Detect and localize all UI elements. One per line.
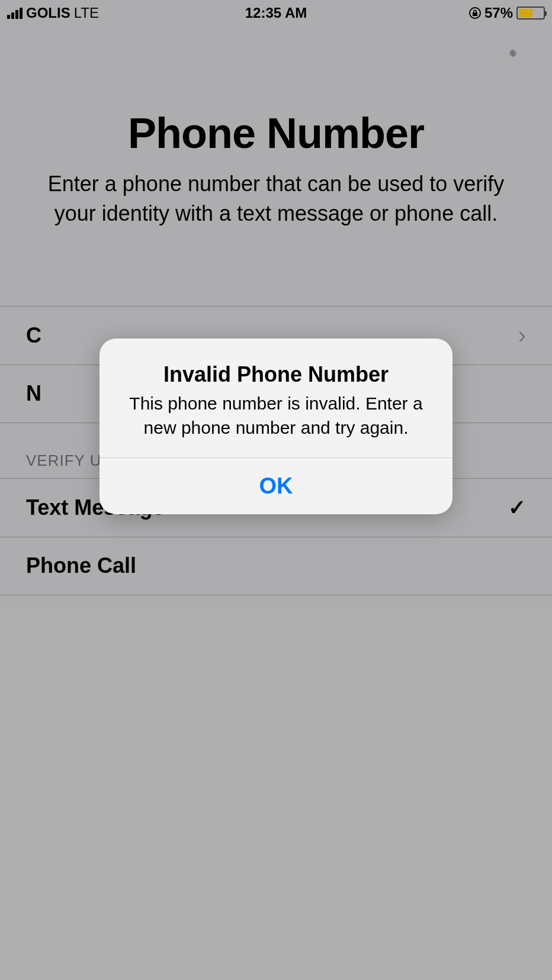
battery-icon [516,7,545,20]
chevron-right-icon: › [518,322,526,349]
status-right: 57% [469,5,545,21]
alert-title: Invalid Phone Number [116,362,436,387]
alert-dialog: Invalid Phone Number This phone number i… [100,339,452,514]
rotation-lock-icon [469,7,481,19]
carrier-label: GOLIS [26,5,70,21]
network-label: LTE [74,5,99,21]
status-bar: GOLIS LTE 12:35 AM 57% [0,0,552,26]
page-subtitle: Enter a phone number that can be used to… [41,169,511,229]
alert-message: This phone number is invalid. Enter a ne… [116,392,436,440]
status-left: GOLIS LTE [7,5,99,21]
option-label: Phone Call [26,553,136,578]
alert-body: Invalid Phone Number This phone number i… [100,339,452,457]
status-time: 12:35 AM [245,5,307,21]
country-row-label: C [26,323,41,348]
number-row-label: N [26,381,41,406]
verify-option-phone-call[interactable]: Phone Call [0,537,552,595]
ok-button[interactable]: OK [100,457,452,514]
signal-icon [7,7,23,19]
battery-percent: 57% [484,5,513,21]
page-title: Phone Number [41,109,511,157]
checkmark-icon: ✓ [508,495,526,520]
page-header: Phone Number Enter a phone number that c… [0,26,552,229]
